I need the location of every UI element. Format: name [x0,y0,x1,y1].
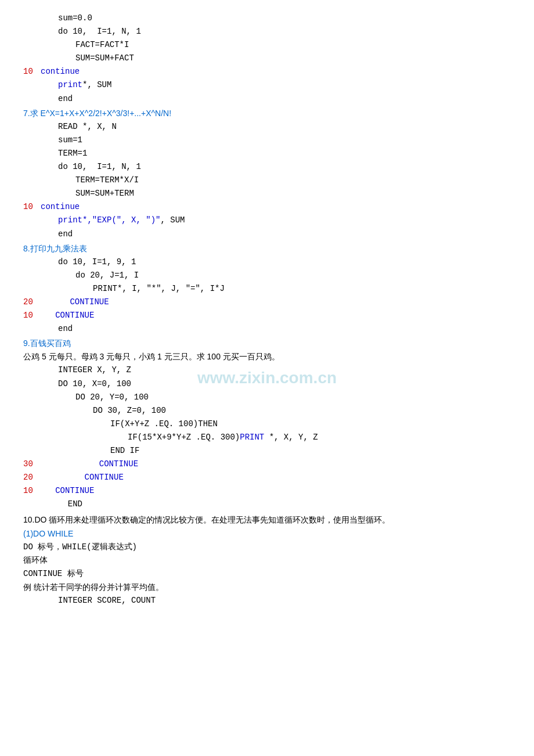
line-39: DO 标号，WHILE(逻辑表达式) [23,541,511,554]
line-40: 循环体 [23,554,511,567]
line-32: END IF [23,444,511,458]
line-5: print*, SUM [23,78,511,92]
line-10: TERM=1 [23,147,511,160]
line-38: (1)DO WHILE [23,527,511,541]
line-34: 20 CONTINUE [23,471,511,484]
line-17: 8.打印九九乘法表 [23,242,511,255]
line-26: INTEGER X, Y, Z [23,363,511,377]
line-31: IF(15*X+9*Y+Z .EQ. 300)PRINT *, X, Y, Z [23,431,511,444]
line-1: do 10, I=1, N, 1 [23,25,511,38]
line-18: do 10, I=1, 9, 1 [23,255,511,269]
line-14: 10continue [23,200,511,214]
line-35: 10 CONTINUE [23,484,511,498]
line-27: DO 10, X=0, 100 [23,377,511,391]
line-24: 9.百钱买百鸡 [23,337,511,350]
line-22: 10 CONTINUE [23,309,511,322]
line-13: SUM=SUM+TERM [23,187,511,200]
line-36: END [23,498,511,511]
line-28: DO 20, Y=0, 100 [23,391,511,404]
line-37: 10.DO 循环用来处理循环次数确定的情况比较方便。在处理无法事先知道循环次数时… [23,513,511,527]
line-8: READ *, X, N [23,120,511,134]
line-9: sum=1 [23,134,511,147]
content-area: sum=0.0do 10, I=1, N, 1FACT=FACT*ISUM=SU… [23,12,511,607]
line-43: INTEGER SCORE, COUNT [23,594,511,607]
line-21: 20 CONTINUE [23,296,511,309]
line-29: DO 30, Z=0, 100 [23,404,511,417]
line-0: sum=0.0 [23,12,511,25]
line-25: 公鸡 5 元每只。母鸡 3 元每只，小鸡 1 元三只。求 100 元买一百只鸡。 [23,350,511,363]
line-4: 10continue [23,65,511,78]
line-19: do 20, J=1, I [23,269,511,282]
line-33: 30 CONTINUE [23,458,511,471]
line-30: IF(X+Y+Z .EQ. 100)THEN [23,417,511,431]
line-15: print*,"EXP(", X, ")", SUM [23,214,511,227]
line-2: FACT=FACT*I [23,38,511,52]
line-23: end [23,322,511,336]
line-11: do 10, I=1, N, 1 [23,160,511,174]
line-7: 7.求 E^X=1+X+X^2/2!+X^3/3!+...+X^N/N! [23,107,511,120]
line-12: TERM=TERM*X/I [23,174,511,187]
line-20: PRINT*, I, "*", J, "=", I*J [23,282,511,296]
line-6: end [23,92,511,106]
line-16: end [23,228,511,241]
line-42: 例 统计若干同学的得分并计算平均值。 [23,581,511,594]
line-3: SUM=SUM+FACT [23,52,511,65]
line-41: CONTINUE 标号 [23,567,511,581]
